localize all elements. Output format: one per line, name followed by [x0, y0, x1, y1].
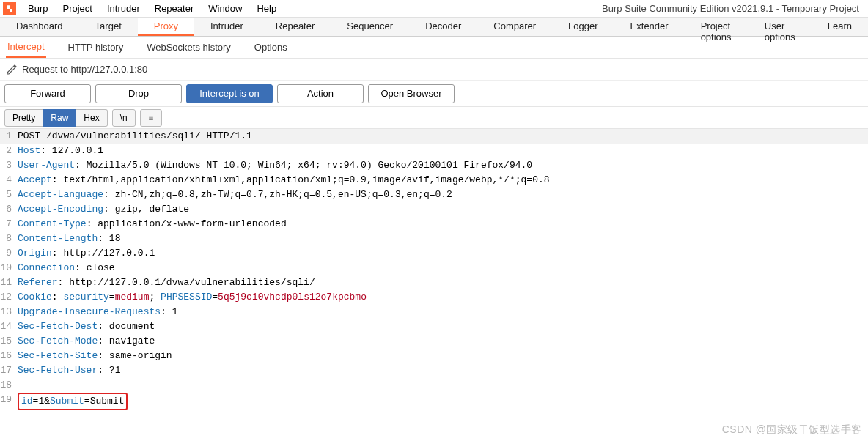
sub-tab-options[interactable]: Options	[253, 37, 289, 57]
editor-line[interactable]: 3User-Agent: Mozilla/5.0 (Windows NT 10.…	[0, 158, 868, 173]
editor-line[interactable]: 15Sec-Fetch-Mode: navigate	[0, 334, 868, 349]
open-browser-button[interactable]: Open Browser	[368, 84, 455, 103]
line-content[interactable]: User-Agent: Mozilla/5.0 (Windows NT 10.0…	[16, 158, 532, 173]
editor-line[interactable]: 6Accept-Encoding: gzip, deflate	[0, 202, 868, 217]
main-tabs: DashboardTargetProxyIntruderRepeaterSequ…	[0, 18, 868, 37]
editor-line[interactable]: 16Sec-Fetch-Site: same-origin	[0, 349, 868, 363]
menu-intruder[interactable]: Intruder	[100, 1, 147, 15]
toggle-newline[interactable]: \n	[112, 109, 136, 127]
sub-tab-http-history[interactable]: HTTP history	[67, 37, 125, 57]
line-content[interactable]: id=1&Submit=Submit	[16, 393, 128, 410]
editor-line[interactable]: 19id=1&Submit=Submit	[0, 393, 868, 410]
editor-line[interactable]: 5Accept-Language: zh-CN,zh;q=0.8,zh-TW;q…	[0, 188, 868, 202]
line-number: 4	[0, 173, 16, 188]
line-number: 10	[0, 261, 16, 275]
app-icon	[3, 2, 16, 15]
main-tab-learn[interactable]: Learn	[812, 18, 868, 36]
line-number: 17	[0, 363, 16, 378]
line-content[interactable]: Sec-Fetch-User: ?1	[16, 363, 120, 378]
editor-line[interactable]: 18	[0, 378, 868, 393]
editor-line[interactable]: 13Upgrade-Insecure-Requests: 1	[0, 305, 868, 319]
line-number: 16	[0, 349, 16, 363]
view-pretty[interactable]: Pretty	[4, 109, 43, 127]
line-content[interactable]: Connection: close	[16, 261, 115, 275]
line-number: 19	[0, 393, 16, 407]
line-content[interactable]: Accept-Language: zh-CN,zh;q=0.8,zh-TW;q=…	[16, 188, 452, 202]
menu-repeater[interactable]: Repeater	[147, 1, 201, 15]
line-number: 11	[0, 275, 16, 290]
main-tab-user-options[interactable]: User options	[749, 18, 812, 36]
line-number: 3	[0, 158, 16, 173]
action-bar: Forward Drop Intercept is on Action Open…	[0, 81, 868, 107]
request-editor[interactable]: 1POST /dvwa/vulnerabilities/sqli/ HTTP/1…	[0, 129, 868, 410]
line-number: 15	[0, 334, 16, 349]
menubar: Burp Project Intruder Repeater Window He…	[0, 0, 868, 18]
line-number: 12	[0, 290, 16, 305]
editor-line[interactable]: 12Cookie: security=medium; PHPSESSID=5q5…	[0, 290, 868, 305]
editor-line[interactable]: 11Referer: http://127.0.0.1/dvwa/vulnera…	[0, 275, 868, 290]
sub-tab-websockets-history[interactable]: WebSockets history	[145, 37, 232, 57]
menu-window[interactable]: Window	[201, 1, 249, 15]
action-button[interactable]: Action	[277, 84, 364, 103]
line-content[interactable]: Sec-Fetch-Dest: document	[16, 319, 155, 334]
main-tab-repeater[interactable]: Repeater	[260, 18, 331, 36]
main-tab-sequencer[interactable]: Sequencer	[331, 18, 409, 36]
main-tab-decoder[interactable]: Decoder	[409, 18, 477, 36]
window-title: Burp Suite Community Edition v2021.9.1 -…	[602, 3, 865, 14]
main-tab-dashboard[interactable]: Dashboard	[0, 18, 79, 36]
line-number: 8	[0, 231, 16, 246]
view-hex[interactable]: Hex	[76, 109, 107, 127]
line-content[interactable]: Accept: text/html,application/xhtml+xml,…	[16, 173, 550, 188]
request-target-label: Request to http://127.0.0.1:80	[22, 64, 147, 75]
line-content[interactable]: POST /dvwa/vulnerabilities/sqli/ HTTP/1.…	[16, 129, 252, 144]
line-number: 18	[0, 378, 16, 393]
editor-line[interactable]: 8Content-Length: 18	[0, 231, 868, 246]
sub-tabs: InterceptHTTP historyWebSockets historyO…	[0, 37, 868, 59]
request-body-highlight: id=1&Submit=Submit	[18, 393, 128, 410]
editor-line[interactable]: 2Host: 127.0.0.1	[0, 144, 868, 158]
main-tab-extender[interactable]: Extender	[614, 18, 685, 36]
menu-project[interactable]: Project	[55, 1, 99, 15]
menu-burp[interactable]: Burp	[21, 1, 55, 15]
main-tab-target[interactable]: Target	[79, 18, 138, 36]
line-content[interactable]: Content-Length: 18	[16, 231, 120, 246]
menu-help[interactable]: Help	[249, 1, 284, 15]
editor-line[interactable]: 7Content-Type: application/x-www-form-ur…	[0, 217, 868, 231]
view-raw[interactable]: Raw	[43, 109, 76, 127]
editor-line[interactable]: 4Accept: text/html,application/xhtml+xml…	[0, 173, 868, 188]
line-content[interactable]: Content-Type: application/x-www-form-url…	[16, 217, 287, 231]
main-tab-intruder[interactable]: Intruder	[194, 18, 260, 36]
watermark: CSDN @国家级干饭型选手客	[722, 423, 862, 437]
main-tab-comparer[interactable]: Comparer	[477, 18, 552, 36]
hamburger-icon[interactable]	[140, 109, 162, 127]
line-content[interactable]: Sec-Fetch-Site: same-origin	[16, 349, 172, 363]
drop-button[interactable]: Drop	[95, 84, 182, 103]
line-number: 6	[0, 202, 16, 217]
intercept-toggle-button[interactable]: Intercept is on	[186, 84, 273, 103]
request-info-bar: Request to http://127.0.0.1:80	[0, 59, 868, 81]
line-content[interactable]: Cookie: security=medium; PHPSESSID=5q5j9…	[16, 290, 367, 305]
line-number: 13	[0, 305, 16, 319]
line-content[interactable]: Origin: http://127.0.0.1	[16, 246, 155, 261]
line-content[interactable]	[16, 378, 23, 393]
line-content[interactable]: Accept-Encoding: gzip, deflate	[16, 202, 189, 217]
editor-line[interactable]: 14Sec-Fetch-Dest: document	[0, 319, 868, 334]
main-tab-logger[interactable]: Logger	[552, 18, 614, 36]
editor-line[interactable]: 1POST /dvwa/vulnerabilities/sqli/ HTTP/1…	[0, 129, 868, 144]
line-content[interactable]: Sec-Fetch-Mode: navigate	[16, 334, 155, 349]
line-number: 9	[0, 246, 16, 261]
line-number: 1	[0, 129, 16, 144]
sub-tab-intercept[interactable]: Intercept	[6, 37, 46, 58]
line-content[interactable]: Host: 127.0.0.1	[16, 144, 103, 158]
line-content[interactable]: Referer: http://127.0.0.1/dvwa/vulnerabi…	[16, 275, 315, 290]
forward-button[interactable]: Forward	[4, 84, 91, 103]
editor-line[interactable]: 9Origin: http://127.0.0.1	[0, 246, 868, 261]
editor-line[interactable]: 17Sec-Fetch-User: ?1	[0, 363, 868, 378]
main-tab-project-options[interactable]: Project options	[685, 18, 749, 36]
line-number: 2	[0, 144, 16, 158]
main-tab-proxy[interactable]: Proxy	[138, 18, 194, 36]
line-number: 14	[0, 319, 16, 334]
editor-line[interactable]: 10Connection: close	[0, 261, 868, 275]
line-content[interactable]: Upgrade-Insecure-Requests: 1	[16, 305, 177, 319]
line-number: 7	[0, 217, 16, 231]
